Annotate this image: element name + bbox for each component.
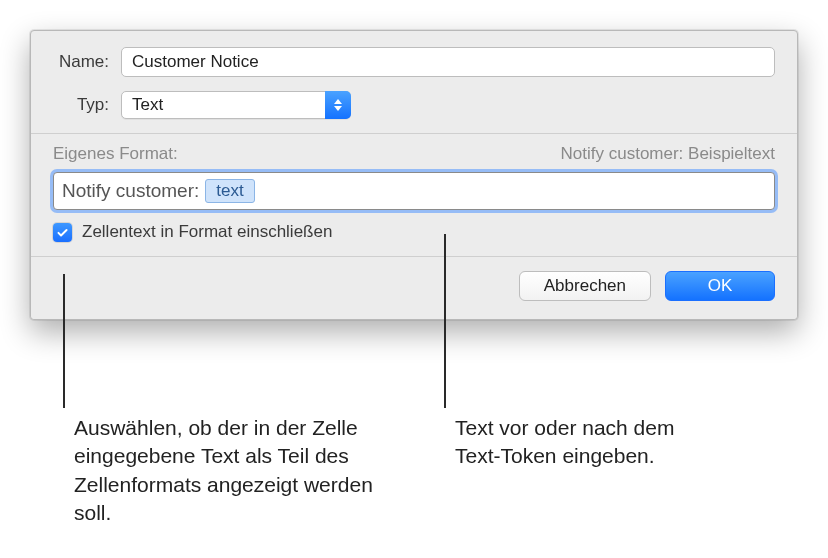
button-bar: Abbrechen OK: [31, 256, 797, 319]
ok-button[interactable]: OK: [665, 271, 775, 301]
chevron-down-icon: [334, 106, 342, 111]
include-celltext-label: Zellentext in Format einschließen: [82, 222, 332, 242]
callout-line-right: [444, 234, 446, 408]
callout-line-left: [63, 274, 65, 408]
chevron-up-icon: [334, 99, 342, 104]
type-label: Typ:: [53, 95, 121, 115]
dialog-top-section: Name: Typ: Text: [31, 31, 797, 133]
name-input[interactable]: [121, 47, 775, 77]
format-section: Eigenes Format: Notify customer: Beispie…: [31, 134, 797, 256]
include-celltext-checkbox[interactable]: [53, 223, 72, 242]
callout-text-left: Auswählen, ob der in der Zelle eingegebe…: [74, 414, 394, 527]
text-token[interactable]: text: [205, 179, 254, 203]
name-row: Name:: [53, 47, 775, 77]
type-row: Typ: Text: [53, 91, 775, 119]
format-heading: Eigenes Format:: [53, 144, 178, 164]
format-field[interactable]: Notify customer: text: [53, 172, 775, 210]
type-select[interactable]: Text: [121, 91, 351, 119]
checkmark-icon: [56, 226, 69, 239]
name-label: Name:: [53, 52, 121, 72]
type-select-button[interactable]: [325, 91, 351, 119]
include-celltext-row: Zellentext in Format einschließen: [53, 222, 775, 242]
callout-text-right: Text vor oder nach dem Text-Token eingeb…: [455, 414, 715, 471]
format-example: Notify customer: Beispieltext: [561, 144, 775, 164]
type-select-value: Text: [132, 95, 163, 115]
custom-format-dialog: Name: Typ: Text Eigenes Format: Notify c…: [30, 30, 798, 320]
format-header: Eigenes Format: Notify customer: Beispie…: [53, 144, 775, 164]
cancel-button[interactable]: Abbrechen: [519, 271, 651, 301]
format-prefix-text: Notify customer:: [62, 180, 199, 202]
